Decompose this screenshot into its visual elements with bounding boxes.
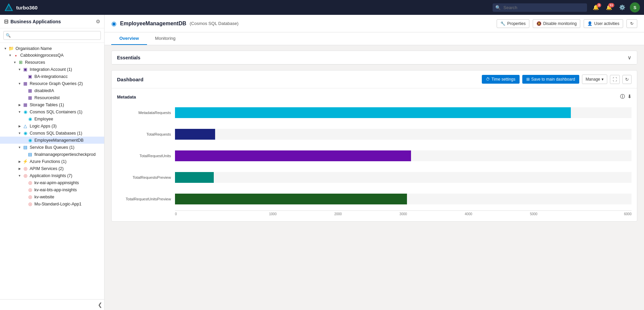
tree-label-employee: Employee [34, 117, 102, 121]
tree-chevron-service-bus: ▼ [17, 146, 22, 149]
tree-item-azure-functions[interactable]: ▶⚡Azure Functions (1) [0, 158, 104, 165]
bar-row-totalrequestspreview: TotalRequestsPreview [117, 172, 632, 183]
tree-icon-disabledIA: ▦ [27, 88, 33, 93]
tree-item-employee[interactable]: ◉Employee [0, 115, 104, 122]
app-logo[interactable]: turbo360 [4, 3, 37, 12]
disable-monitoring-icon: 🔕 [536, 21, 541, 26]
save-dashboard-label: Save to main dashboard [531, 77, 575, 82]
essentials-chevron-icon: ∨ [627, 54, 632, 61]
bar-row-totalrequests: TotalRequests [117, 129, 632, 140]
tree-chevron-storage-tables: ▶ [17, 103, 22, 107]
tree-item-resources[interactable]: ▼⊞Resources [0, 59, 104, 66]
tree-label-resourceslist: Resourceslist [34, 95, 102, 100]
sidebar-grid-icon: ⊟ [4, 18, 8, 25]
search-input[interactable] [493, 3, 587, 12]
save-dashboard-button[interactable]: ⊞ Save to main dashboard [522, 75, 579, 84]
tree-chevron-resource-graph: ▼ [17, 82, 22, 85]
tree-label-apim: APIM Services (2) [30, 166, 102, 171]
tree-item-integration[interactable]: ▼▣Integration Account (1) [0, 66, 104, 73]
tree-icon-resourceslist: ▦ [27, 95, 33, 100]
topnav-icons: 🔔 3 🔔 11 ⚙️ S [590, 2, 640, 12]
axis-label-0: 0 [175, 212, 240, 216]
dashboard-title: Dashboard [117, 77, 479, 82]
tree-chevron-logic-apps: ▶ [17, 124, 22, 128]
tree-label-kv-eai-apim: kv-eai-apim-appinsights [34, 180, 102, 185]
properties-button[interactable]: 🔧 Properties [497, 19, 529, 28]
tab-monitoring[interactable]: Monitoring [147, 32, 184, 45]
axis-label-6: 6000 [566, 212, 632, 216]
disable-monitoring-label: Disable monitoring [543, 21, 577, 26]
tree-item-storage-tables[interactable]: ▶▦Storage Tables (1) [0, 101, 104, 108]
tree-item-mu-standard[interactable]: ◎Mu-Standard-Logic-App1 [0, 200, 104, 207]
sidebar-search-input[interactable] [3, 31, 101, 40]
chart-info-icon[interactable]: ⓘ [620, 94, 625, 100]
tree-icon-storage-tables: ▦ [22, 102, 28, 107]
tree-item-resource-graph[interactable]: ▼▦Resource Graph Queries (2) [0, 80, 104, 87]
tree-item-kv-website[interactable]: ◎kv-website [0, 193, 104, 200]
tree-item-employeedb[interactable]: ◉EmployeeManagementDB [0, 137, 104, 144]
tree-chevron-resources: ▼ [12, 61, 18, 64]
tree-item-cosmos-dbs[interactable]: ▼◉Cosmos SQL Databases (1) [0, 130, 104, 137]
tree-item-service-bus[interactable]: ▼▤Service Bus Queues (1) [0, 144, 104, 151]
sidebar-collapse-button[interactable]: ❮ [98, 302, 102, 308]
tree-label-cosmos-dbs: Cosmos SQL Databases (1) [30, 131, 102, 136]
notifications-button[interactable]: 🔔 3 [590, 3, 602, 12]
sidebar-search-area: 🔍 [0, 28, 104, 43]
manage-button[interactable]: Manage ▾ [582, 75, 607, 84]
essentials-title: Essentials [117, 55, 140, 60]
search-wrapper: 🔍 [493, 3, 587, 12]
chart-download-icon[interactable]: ⬇ [627, 94, 632, 100]
tree-item-ba-integration[interactable]: ▣BA-integrationacc [0, 73, 104, 80]
tree-item-resourceslist[interactable]: ▦Resourceslist [0, 94, 104, 101]
tree-item-finalmanage[interactable]: ▤finalmanagepropertiescheckprod [0, 151, 104, 158]
tree-item-apim[interactable]: ▶◎APIM Services (2) [0, 165, 104, 172]
resource-tabs: Overview Monitoring [105, 32, 644, 45]
app-name: turbo360 [16, 5, 37, 10]
sidebar-gear-icon[interactable]: ⚙ [96, 19, 100, 25]
tree-item-cabbooking[interactable]: ▼●CabbookingprocessQA [0, 52, 104, 59]
bar-track [175, 129, 632, 140]
bar-chart: MetadataRequestsTotalRequestsTotalReques… [117, 104, 632, 208]
disable-monitoring-button[interactable]: 🔕 Disable monitoring [533, 19, 580, 28]
tree-label-finalmanage: finalmanagepropertiescheckprod [34, 152, 102, 157]
bar-track [175, 107, 632, 118]
tree-icon-resource-graph: ▦ [22, 81, 28, 86]
tree-item-kv-eai-bts[interactable]: ◎kv-eai-bts-app-insights [0, 186, 104, 193]
bar-track [175, 194, 632, 204]
sidebar-collapse-area[interactable]: ❮ [0, 299, 104, 310]
tree-chevron-cosmos-containers: ▼ [17, 110, 22, 114]
tree-item-cosmos-containers[interactable]: ▼◉Cosmos SQL Containers (1) [0, 108, 104, 115]
tree-item-app-insights[interactable]: ▼◎Application Insights (7) [0, 172, 104, 179]
tree-icon-cosmos-containers: ◉ [22, 109, 28, 114]
bar-fill [175, 194, 407, 204]
tab-overview[interactable]: Overview [111, 32, 147, 45]
resource-type-icon: ◉ [111, 20, 117, 27]
bar-track [175, 172, 632, 183]
fullscreen-button[interactable]: ⛶ [610, 75, 620, 84]
tree-item-kv-eai-apim[interactable]: ◎kv-eai-apim-appinsights [0, 179, 104, 186]
essentials-header[interactable]: Essentials ∨ [112, 51, 637, 64]
alerts-button[interactable]: 🔔 11 [604, 3, 615, 12]
refresh-dashboard-button[interactable]: ↻ [622, 75, 632, 84]
tree-icon-azure-functions: ⚡ [22, 159, 28, 164]
tree-icon-logic-apps: △ [22, 123, 28, 129]
tree-icon-kv-eai-apim: ◎ [27, 180, 33, 185]
tree-item-disabledIA[interactable]: ▦disabledIA [0, 87, 104, 94]
tree-label-cabbooking: CabbookingprocessQA [20, 53, 102, 58]
tree-chevron-cosmos-dbs: ▼ [17, 132, 22, 135]
bar-fill [175, 129, 215, 140]
search-icon: 🔍 [495, 5, 501, 10]
user-avatar[interactable]: S [630, 2, 640, 12]
resource-name: EmployeeManagementDB [120, 21, 186, 27]
settings-button[interactable]: ⚙️ [617, 3, 628, 12]
tree-item-logic-apps[interactable]: ▶△Logic Apps (3) [0, 122, 104, 130]
tree-label-org: Organisation Name [16, 46, 102, 51]
refresh-header-button[interactable]: ↻ [626, 19, 637, 28]
time-settings-button[interactable]: ⏱ Time settings [482, 75, 520, 84]
tree-chevron-cabbooking: ▼ [7, 54, 13, 57]
tree-label-app-insights: Application Insights (7) [30, 173, 102, 178]
tree-item-org[interactable]: ▼📁Organisation Name [0, 45, 104, 52]
tree-icon-cosmos-dbs: ◉ [22, 131, 28, 136]
bar-fill [175, 172, 214, 183]
user-activities-button[interactable]: 👤 User activities [584, 19, 623, 28]
